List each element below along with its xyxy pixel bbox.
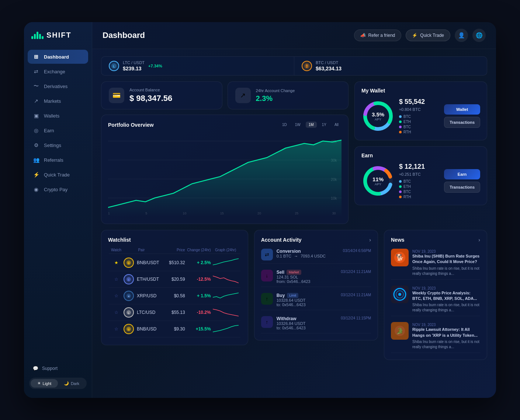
xrp-coin-icon: ✕ — [124, 291, 134, 301]
withdraw-date: 03/12/24 11:15PM — [341, 316, 371, 320]
earn-apy-pct: 11% — [372, 176, 384, 182]
wallet-donut: 3.5% APY — [361, 99, 395, 133]
svg-text:25: 25 — [295, 211, 298, 215]
sidebar-item-wallets[interactable]: ▣ Wallets — [28, 109, 88, 123]
sidebar-item-derivatives[interactable]: 〜 Derivatives — [28, 79, 88, 93]
earn-legend-btc-1: BTC — [399, 179, 440, 183]
sidebar-item-earn[interactable]: ◎ Earn — [28, 123, 88, 137]
earn-actions: Earn Transactions — [444, 169, 480, 193]
wallet-apy-sub: APY — [372, 118, 384, 121]
news-title-3: Ripple Lawsuit Attorney: It All Hangs on… — [412, 327, 480, 338]
logo-icon — [31, 32, 44, 39]
bnbusd-graph — [211, 324, 240, 334]
sidebar-item-label: Earn — [44, 128, 54, 133]
globe-button[interactable]: 🌐 — [472, 29, 486, 42]
watchlist-column-headers: Watch Pair Price Change (24hr) Graph (24… — [109, 246, 240, 254]
time-1d[interactable]: 1D — [279, 122, 290, 128]
watch-star-eth[interactable]: ☆ — [109, 277, 124, 282]
balance-label: Account Balance — [129, 88, 172, 92]
wallet-inner: 3.5% APY $ 55,542 ≈0.804 BTC BTC ETH — [361, 98, 480, 134]
earn-button[interactable]: Earn — [444, 169, 480, 179]
activity-arrow[interactable]: › — [369, 237, 371, 243]
theme-dark-button[interactable]: 🌙 Dark — [58, 379, 85, 388]
time-1m[interactable]: 1M — [306, 122, 317, 128]
theme-toggle: ☀ Light 🌙 Dark — [29, 378, 87, 389]
activity-item-buy: ↑ Buy Limit 10328.64 USDT to: 0x546...64… — [261, 290, 371, 310]
portfolio-header: Portfolio Overview 1D 1W 1M 1Y All — [108, 122, 342, 128]
time-all[interactable]: All — [332, 122, 342, 128]
earn-transactions-button[interactable]: Transactions — [444, 182, 480, 193]
balance-icon: 💳 — [109, 88, 124, 103]
bnbusdt-graph — [211, 258, 240, 268]
watchlist-row-ethusdt: ☆ E ETH/USDT $20.59 -12.5% — [109, 271, 240, 288]
watch-star-ltc[interactable]: ☆ — [109, 310, 124, 315]
btc-price: $63,234.13 — [316, 66, 342, 71]
profile-button[interactable]: 👤 — [455, 29, 468, 42]
news-arrow[interactable]: › — [478, 237, 480, 243]
portfolio-chart-svg: 40k 30k 20k 10k — [108, 132, 342, 217]
sidebar-item-settings[interactable]: ⚙ Settings — [28, 138, 88, 152]
sun-icon: ☀ — [37, 381, 41, 386]
watchlist-row-bnbusdt: ★ B BNB/USDT $510.32 + 2.5% — [109, 255, 240, 271]
wallet-btc-eq: ≈0.804 BTC — [399, 107, 440, 112]
news-item-3[interactable]: 🐊 NOV 19, 2023 Ripple Lawsuit Attorney: … — [391, 319, 480, 353]
refer-friend-button[interactable]: 📣 Refer a friend — [354, 29, 402, 41]
conversion-amount: 0.1 BTC → 7093.4 USDC — [277, 254, 339, 258]
withdraw-icon: ↑ — [261, 316, 273, 328]
legend-btc-2: BTC — [399, 125, 440, 129]
watch-star-xrp[interactable]: ☆ — [109, 293, 124, 298]
activity-item-withdraw: ↑ Withdraw 10326.84 USDT to: 0x546...642… — [261, 313, 371, 333]
news-date-3: NOV 19, 2023 — [412, 323, 480, 327]
btc-pair: BTC / USDT — [316, 60, 342, 65]
buy-meta: 03/12/24 11:21AM — [341, 293, 371, 297]
ticker-bar: L LTC / USDT $239.13 +7.34% ₿ BTC / USDT… — [101, 56, 487, 76]
sidebar-item-exchange[interactable]: ⇄ Exchange — [28, 64, 88, 78]
svg-text:5: 5 — [145, 211, 147, 215]
watch-star-bnbusd[interactable]: ☆ — [109, 326, 124, 332]
bnbusdt-price: $510.32 — [159, 260, 185, 265]
logo-text: SHIFT — [46, 31, 72, 39]
news-thumb-2 — [391, 286, 409, 303]
sidebar-item-markets[interactable]: ↗ Markets — [28, 94, 88, 108]
wallet-transactions-button[interactable]: Transactions — [444, 117, 480, 128]
wallet-middle: $ 55,542 ≈0.804 BTC BTC ETH BTC RTH — [399, 98, 440, 134]
activity-header: Account Activity › — [261, 237, 371, 243]
news-item-1[interactable]: 🐕 NOV 19, 2023 Shiba Inu (SHIB) Burn Rat… — [391, 246, 480, 280]
withdraw-meta: 03/12/24 11:15PM — [341, 316, 371, 320]
dashboard-icon: ⊞ — [33, 53, 39, 60]
sidebar-item-quick-trade[interactable]: ⚡ Quick Trade — [28, 168, 88, 182]
news-preview-2: Shiba Inu burn rate is on rise, but it i… — [412, 302, 480, 313]
conversion-type: Conversion — [277, 249, 339, 254]
logo-bar-5 — [42, 36, 44, 39]
col-price: Price — [159, 248, 185, 252]
page-title: Dashboard — [103, 31, 145, 40]
globe-icon: 🌐 — [476, 32, 483, 39]
earn-middle: $ 12,121 ≈0.251 BTC BTC ETH BTC RTH — [399, 163, 440, 199]
ltc-pair: LTC / USDT — [123, 60, 145, 65]
ltc-info: LTC / USDT $239.13 — [123, 60, 145, 71]
bnbusdt-change: + 2.5% — [185, 260, 211, 265]
sell-type: Sell — [277, 270, 284, 275]
support-button[interactable]: 💬 Support — [28, 362, 88, 375]
xrp-graph — [211, 291, 240, 301]
svg-point-45 — [398, 293, 401, 296]
quick-trade-button[interactable]: ⚡ Quick Trade — [406, 29, 450, 41]
logo-bar-1 — [31, 36, 33, 39]
sidebar-item-label: Wallets — [44, 113, 59, 119]
wallet-button[interactable]: Wallet — [444, 104, 480, 115]
sidebar-item-crypto-pay[interactable]: ◉ Crypto Pay — [28, 182, 88, 196]
time-1y[interactable]: 1Y — [319, 122, 329, 128]
watch-star-bnb[interactable]: ★ — [109, 260, 124, 265]
col-graph: Graph (24hr) — [211, 248, 240, 252]
news-date-1: NOV 19, 2023 — [412, 249, 480, 253]
col-watch: Watch — [109, 248, 124, 252]
theme-light-button[interactable]: ☀ Light — [31, 379, 58, 388]
legend-btc-1: BTC — [399, 115, 440, 119]
sidebar-item-referrals[interactable]: 👥 Referrals — [28, 153, 88, 167]
sidebar-item-dashboard[interactable]: ⊞ Dashboard — [28, 50, 88, 64]
svg-text:10: 10 — [183, 211, 187, 215]
sidebar: SHIFT ⊞ Dashboard ⇄ Exchange 〜 Derivativ… — [24, 22, 92, 398]
time-1w[interactable]: 1W — [292, 122, 304, 128]
sidebar-item-label: Settings — [44, 143, 61, 148]
news-item-2[interactable]: NOV 19, 2023 Weekly Crypto Price Analysi… — [391, 283, 480, 316]
